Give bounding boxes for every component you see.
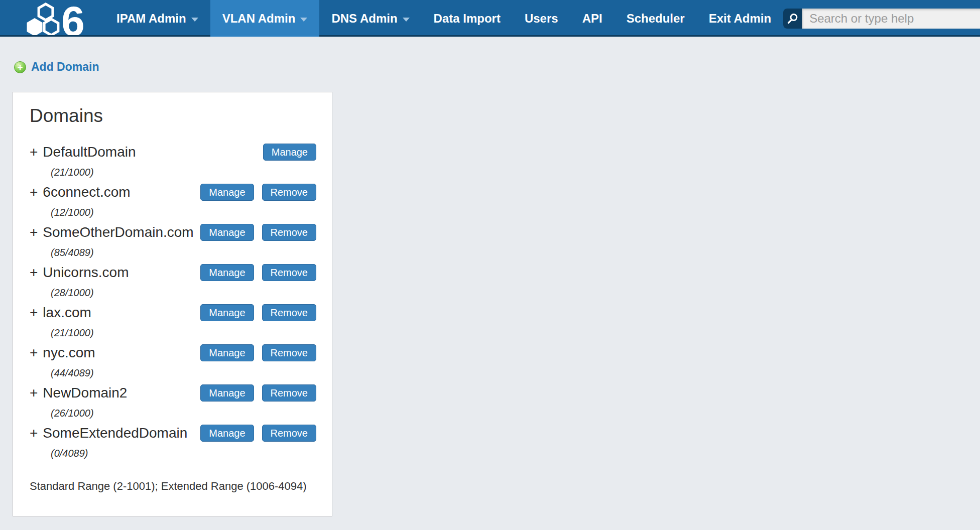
- remove-button[interactable]: Remove: [262, 304, 316, 321]
- domain-row: +lax.comManageRemove(21/1000): [30, 301, 316, 341]
- nav-item-vlan-admin[interactable]: VLAN Admin: [210, 0, 320, 37]
- domain-actions: ManageRemove: [200, 304, 316, 321]
- manage-button[interactable]: Manage: [200, 344, 254, 361]
- expand-plus-icon: +: [30, 305, 38, 320]
- domain-count: (26/1000): [51, 405, 316, 422]
- manage-button[interactable]: Manage: [200, 425, 254, 442]
- domain-expand-toggle[interactable]: +NewDomain2: [30, 385, 127, 401]
- domain-expand-toggle[interactable]: +SomeOtherDomain.com: [30, 224, 194, 240]
- nav-item-dns-admin[interactable]: DNS Admin: [319, 0, 421, 37]
- domain-row: +SomeExtendedDomainManageRemove(0/4089): [30, 422, 316, 462]
- nav-item-label: DNS Admin: [331, 12, 397, 26]
- nav-item-data-import[interactable]: Data Import: [422, 0, 513, 37]
- domain-row-top: +Unicorns.comManageRemove: [30, 261, 316, 284]
- domain-row-top: +SomeOtherDomain.comManageRemove: [30, 221, 316, 244]
- domain-actions: ManageRemove: [200, 344, 316, 361]
- add-domain-button[interactable]: + Add Domain: [14, 60, 99, 74]
- remove-button[interactable]: Remove: [262, 384, 316, 402]
- add-domain-label: Add Domain: [31, 60, 99, 74]
- search-icon[interactable]: [783, 9, 802, 29]
- hexagon-logo-icon: 6: [22, 1, 98, 37]
- nav-item-label: API: [582, 12, 602, 26]
- domain-count: (0/4089): [51, 445, 316, 462]
- domain-actions: ManageRemove: [200, 224, 316, 241]
- domain-row: +SomeOtherDomain.comManageRemove(85/4089…: [30, 221, 316, 261]
- nav-item-api[interactable]: API: [570, 0, 615, 37]
- domain-expand-toggle[interactable]: +DefaultDomain: [30, 144, 136, 160]
- expand-plus-icon: +: [30, 425, 38, 441]
- chevron-down-icon: [403, 18, 410, 22]
- search-input[interactable]: [802, 9, 980, 29]
- domain-count: (12/1000): [51, 204, 316, 221]
- domain-expand-toggle[interactable]: +Unicorns.com: [30, 264, 129, 281]
- domain-count: (21/1000): [51, 164, 316, 181]
- domains-card: Domains +DefaultDomainManage(21/1000)+6c…: [13, 92, 332, 516]
- main-menu: IPAM AdminVLAN AdminDNS AdminData Import…: [104, 0, 783, 37]
- domain-list: +DefaultDomainManage(21/1000)+6connect.c…: [30, 141, 316, 462]
- domain-actions: ManageRemove: [200, 425, 316, 442]
- top-navbar: 6 IPAM AdminVLAN AdminDNS AdminData Impo…: [0, 0, 980, 37]
- search-box: [783, 9, 980, 29]
- manage-button[interactable]: Manage: [200, 304, 254, 321]
- range-note: Standard Range (2-1001); Extended Range …: [30, 480, 316, 493]
- nav-item-ipam-admin[interactable]: IPAM Admin: [104, 0, 210, 37]
- nav-item-users[interactable]: Users: [513, 0, 570, 37]
- card-title: Domains: [30, 105, 316, 126]
- remove-button[interactable]: Remove: [262, 425, 316, 442]
- domain-expand-toggle[interactable]: +nyc.com: [30, 345, 95, 361]
- nav-item-label: VLAN Admin: [222, 12, 296, 26]
- domain-actions: ManageRemove: [200, 184, 316, 201]
- domain-actions: ManageRemove: [200, 384, 316, 402]
- domain-row-top: +nyc.comManageRemove: [30, 341, 316, 364]
- manage-button[interactable]: Manage: [200, 264, 254, 281]
- expand-plus-icon: +: [30, 385, 38, 401]
- domain-row-top: +NewDomain2ManageRemove: [30, 381, 316, 405]
- domain-row: +Unicorns.comManageRemove(28/1000): [30, 261, 316, 301]
- manage-button[interactable]: Manage: [200, 384, 254, 402]
- domain-row-top: +6connect.comManageRemove: [30, 181, 316, 204]
- expand-plus-icon: +: [30, 144, 38, 160]
- chevron-down-icon: [191, 18, 198, 22]
- add-plus-icon: +: [14, 61, 26, 73]
- domain-count: (28/1000): [51, 284, 316, 301]
- domain-row-top: +lax.comManageRemove: [30, 301, 316, 324]
- expand-plus-icon: +: [30, 184, 38, 200]
- domain-expand-toggle[interactable]: +lax.com: [30, 305, 91, 321]
- domain-count: (85/4089): [51, 244, 316, 261]
- nav-item-label: Scheduler: [627, 12, 685, 26]
- logo[interactable]: 6: [22, 0, 98, 37]
- svg-text:6: 6: [61, 1, 85, 37]
- main-content: + Add Domain Domains +DefaultDomainManag…: [0, 60, 980, 516]
- chevron-down-icon: [300, 18, 307, 22]
- domain-row: +DefaultDomainManage(21/1000): [30, 141, 316, 181]
- manage-button[interactable]: Manage: [263, 144, 316, 161]
- domain-row: +6connect.comManageRemove(12/1000): [30, 181, 316, 221]
- remove-button[interactable]: Remove: [262, 224, 316, 241]
- domain-row-top: +SomeExtendedDomainManageRemove: [30, 422, 316, 445]
- nav-item-label: Users: [525, 12, 558, 26]
- remove-button[interactable]: Remove: [262, 344, 316, 361]
- domain-row-top: +DefaultDomainManage: [30, 141, 316, 164]
- remove-button[interactable]: Remove: [262, 264, 316, 281]
- domain-expand-toggle[interactable]: +SomeExtendedDomain: [30, 425, 187, 441]
- domain-expand-toggle[interactable]: +6connect.com: [30, 184, 131, 200]
- manage-button[interactable]: Manage: [200, 184, 254, 201]
- nav-item-scheduler[interactable]: Scheduler: [615, 0, 697, 37]
- domain-count: (21/1000): [51, 324, 316, 341]
- expand-plus-icon: +: [30, 264, 38, 280]
- nav-item-exit-admin[interactable]: Exit Admin: [697, 0, 783, 37]
- nav-item-label: Exit Admin: [709, 12, 771, 26]
- domain-actions: ManageRemove: [200, 264, 316, 281]
- manage-button[interactable]: Manage: [200, 224, 254, 241]
- domain-count: (44/4089): [51, 364, 316, 381]
- nav-item-label: Data Import: [434, 12, 501, 26]
- expand-plus-icon: +: [30, 345, 38, 360]
- nav-item-label: IPAM Admin: [116, 12, 186, 26]
- domain-row: +NewDomain2ManageRemove(26/1000): [30, 381, 316, 422]
- remove-button[interactable]: Remove: [262, 184, 316, 201]
- domain-actions: Manage: [263, 144, 316, 161]
- domain-row: +nyc.comManageRemove(44/4089): [30, 341, 316, 381]
- expand-plus-icon: +: [30, 224, 38, 240]
